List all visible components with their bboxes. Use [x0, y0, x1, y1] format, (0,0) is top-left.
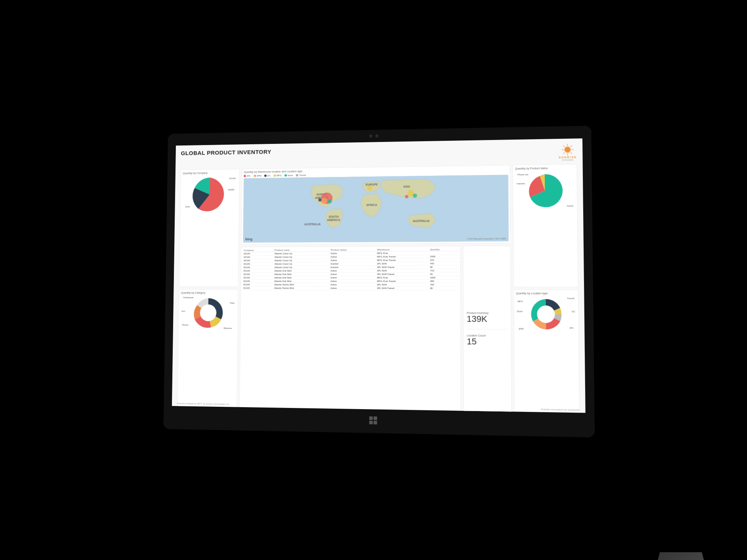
kpi-divider	[467, 329, 508, 329]
camera-dot-2	[375, 135, 379, 138]
product-status-pie	[525, 171, 565, 210]
col-quantity: Quantity	[429, 248, 458, 251]
table-row[interactable]: SCHNAtlantic Knit SkirtActive3PL SHN Tra…	[243, 272, 459, 276]
inventory-table: Company Product name Product status Ware…	[242, 248, 459, 290]
bottoms-label: Bottoms	[224, 327, 232, 329]
bottom-middle: Company Product name Product status Ware…	[239, 246, 512, 413]
legend-mfg: MFG	[274, 174, 282, 177]
category-donut-container: Outerwear Tops Bottoms Shoes Acc.	[181, 296, 236, 330]
table-row[interactable]: SCHNAtlantic Tennis SkirtActive3PL SHN T…	[242, 286, 459, 290]
location-count-value: 15	[467, 337, 508, 347]
legend-3pm: 3PM	[254, 175, 261, 177]
sgbr-label: SGBR	[228, 189, 234, 191]
table-row[interactable]: SCHNAtlantic Knit SkirtActiveMFG Xi'an T…	[243, 279, 459, 283]
bing-logo: bing	[245, 237, 252, 241]
product-inventory-value: 139K	[467, 314, 508, 324]
svg-line-5	[563, 145, 565, 147]
legend-3pl: 3PL	[244, 175, 251, 177]
legend-transit: Transit	[296, 174, 306, 176]
svg-text:ASIA: ASIA	[403, 185, 410, 188]
world-map-svg: NORTH AMERICA EUROPE ASIA AFRICA SOUTH A…	[243, 175, 509, 243]
map-panel: Quantity by Warehouse location and Locat…	[241, 165, 511, 245]
location-type-panel: Quantity by Location type	[514, 289, 580, 413]
sun-label: SUN	[185, 206, 190, 208]
outerwear-label: Outerwear	[183, 296, 194, 299]
tablet-stand	[646, 552, 716, 560]
table-row[interactable]: SCHNAtlantic Knit SkirtActiveMFG Xi'an19…	[243, 276, 459, 279]
active-label: Active	[567, 205, 573, 207]
logo-area: SUNRISE technologies	[559, 143, 577, 161]
tablet-screen: GLOBAL PRODUCT INVENTORY	[172, 138, 586, 413]
dashboard-header: GLOBAL PRODUCT INVENTORY	[181, 143, 577, 167]
location-count-kpi: Location Count 15	[467, 334, 508, 347]
map-copyright: © 2017 Microsoft Corporation © 2017 HERE	[467, 238, 507, 240]
3pl-loc-label: 3PL	[570, 327, 574, 329]
product-status-panel: Quantity by Product status Phase out	[513, 164, 579, 287]
svg-text:AMERICA: AMERICA	[327, 218, 340, 222]
phase-out-label: Phase out	[517, 173, 528, 176]
schn-label: SCHN	[229, 177, 235, 180]
company-pie-chart	[191, 175, 228, 214]
shoes-label: Shoes	[182, 324, 188, 326]
inactive-label: Inactive	[517, 182, 525, 185]
mfg-loc-label: MFG	[517, 300, 523, 303]
windows-button[interactable]	[367, 414, 379, 427]
company-chart-panel: Quantity by Company SCHN	[179, 169, 240, 287]
product-inventory-kpi: Product Inventory 139K	[467, 312, 508, 324]
legend-store: Store	[284, 174, 293, 177]
company-chart-container: SCHN SGBR SUN	[182, 175, 237, 214]
svg-line-7	[571, 145, 572, 147]
logo-icon	[561, 143, 574, 156]
dc-loc-label: DC	[572, 310, 575, 313]
world-map[interactable]: NORTH AMERICA EUROPE ASIA AFRICA SOUTH A…	[243, 175, 509, 243]
left-column: Quantity by Company SCHN	[177, 169, 240, 409]
legend-dc: DC	[264, 175, 270, 177]
right-column: Quantity by Product status Phase out	[513, 164, 580, 413]
svg-line-6	[571, 152, 572, 154]
category-chart-panel: Quantity by Category	[177, 289, 238, 409]
logo-subtitle: technologies	[562, 159, 573, 161]
svg-text:EUROPE: EUROPE	[366, 183, 378, 186]
3pm-loc-label: 3PM	[519, 328, 524, 330]
product-status-chart-container: Phase out Inactive Active	[515, 171, 575, 211]
dashboard-title: GLOBAL PRODUCT INVENTORY	[181, 149, 272, 156]
tablet-camera-area	[369, 135, 379, 138]
svg-line-8	[563, 152, 565, 154]
dashboard: GLOBAL PRODUCT INVENTORY	[172, 138, 586, 413]
table-row[interactable]: SCHNAtlantic Tennis SkirtActive3PL SHN76…	[242, 283, 458, 286]
kpi-panel: Product Inventory 139K Location Count 15	[463, 246, 512, 413]
svg-text:AUSTRALIA: AUSTRALIA	[413, 219, 430, 222]
store-loc-label: Store	[517, 310, 523, 312]
data-table-panel: Company Product name Product status Ware…	[239, 246, 461, 413]
acc-label: Acc.	[181, 310, 186, 312]
col-company: Company	[243, 248, 274, 252]
windows-icon	[369, 416, 377, 425]
category-donut-chart	[189, 294, 227, 332]
location-type-donut	[526, 294, 566, 334]
product-status-title: Quantity by Product status	[515, 166, 575, 170]
tablet-device: GLOBAL PRODUCT INVENTORY	[163, 126, 595, 438]
transit-loc-label: Transit	[567, 297, 574, 299]
company-chart-title: Quantity by Company	[183, 171, 238, 175]
location-type-donut-container: Transit MFG DC 3PL 3PM Store	[516, 296, 576, 332]
svg-text:AFRICA: AFRICA	[366, 203, 377, 206]
dashboard-body: Quantity by Company SCHN	[177, 164, 580, 413]
tops-label: Tops	[230, 302, 234, 304]
svg-text:AUSTRALIA: AUSTRALIA	[304, 222, 321, 226]
camera-dot-1	[369, 135, 372, 138]
